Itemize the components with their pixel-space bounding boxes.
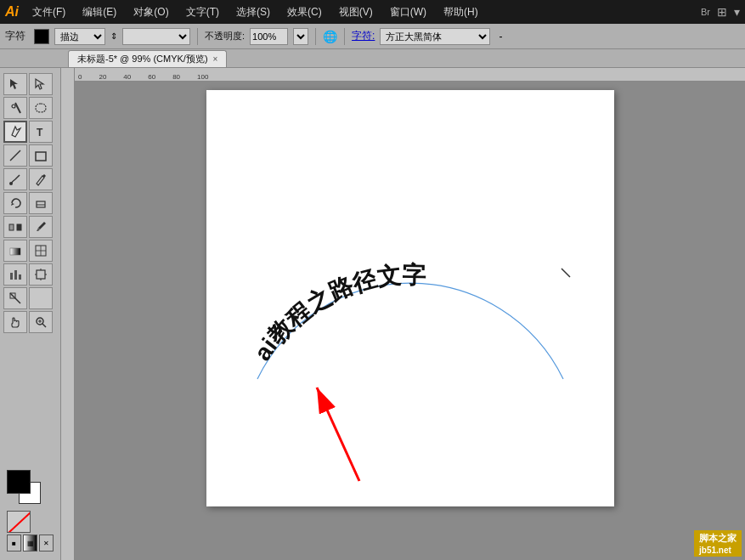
- slice-tool[interactable]: [3, 287, 27, 309]
- tool-row-7: [3, 216, 57, 238]
- menu-bar: 文件(F) 编辑(E) 对象(O) 文字(T) 选择(S) 效果(C) 视图(V…: [29, 3, 482, 21]
- mesh-tool[interactable]: [29, 240, 53, 262]
- menu-view[interactable]: 视图(V): [336, 3, 376, 21]
- global-icon: 🌐: [323, 30, 337, 43]
- tab-close[interactable]: ×: [213, 54, 218, 64]
- menu-help[interactable]: 帮助(H): [440, 3, 482, 21]
- brush-tool[interactable]: [3, 168, 27, 190]
- line-tool[interactable]: [3, 144, 27, 167]
- font-select[interactable]: 方正大黑简体: [380, 28, 490, 45]
- opacity-label: 不透明度:: [205, 30, 245, 42]
- artboard-tool[interactable]: [29, 263, 53, 286]
- color-mode[interactable]: ■: [7, 535, 21, 552]
- svg-rect-15: [14, 270, 17, 280]
- opacity-dropdown[interactable]: [293, 28, 308, 45]
- red-arrow: [291, 362, 393, 489]
- tool-row-5: [3, 168, 57, 190]
- expand-icon[interactable]: ▾: [734, 5, 740, 19]
- toolbar-color-swatch[interactable]: [34, 29, 49, 44]
- toolbar: 字符 描边 ⇕ 不透明度: 🌐 字符: 方正大黑简体 -: [0, 24, 745, 49]
- tool-row-11: [3, 311, 57, 333]
- svg-rect-8: [9, 224, 14, 230]
- tab-title: 未标题-5* @ 99% (CMYK/预览): [77, 53, 208, 65]
- font-label[interactable]: 字符:: [352, 29, 375, 43]
- font-minus: -: [499, 31, 502, 42]
- placeholder-tool: [29, 287, 53, 309]
- tool-row-9: [3, 263, 57, 286]
- svg-point-5: [9, 182, 13, 185]
- ruler-left: [61, 68, 75, 560]
- blend-tool[interactable]: [3, 216, 27, 238]
- menu-select[interactable]: 选择(S): [233, 3, 274, 21]
- magic-wand-tool[interactable]: [3, 97, 27, 119]
- pencil-tool[interactable]: [29, 168, 53, 190]
- svg-rect-4: [36, 152, 46, 161]
- document-tab[interactable]: 未标题-5* @ 99% (CMYK/预览) ×: [68, 50, 227, 67]
- toolbar-char-label: 字符: [5, 29, 25, 43]
- toolbar-stroke-select[interactable]: 描边: [54, 28, 105, 45]
- canvas-area: 0 20 40 60 80 100 ai教程之路径文: [61, 68, 745, 560]
- svg-line-3: [10, 150, 20, 161]
- hand-tool[interactable]: [3, 311, 27, 333]
- title-right-icons: Br ⊞ ▾: [701, 5, 740, 19]
- svg-rect-16: [19, 274, 21, 280]
- opacity-input[interactable]: [250, 28, 288, 45]
- tool-row-3: T: [3, 121, 57, 143]
- svg-rect-17: [37, 270, 45, 279]
- path-text-svg: ai教程之路径文字: [206, 90, 614, 506]
- none-color[interactable]: [7, 511, 31, 533]
- tool-row-6: [3, 192, 57, 214]
- bridge-icon[interactable]: Br: [701, 7, 710, 17]
- direct-selection-tool[interactable]: [29, 73, 53, 95]
- canvas-content: ai教程之路径文字 脚本之家 jb: [75, 82, 745, 560]
- tab-bar: 未标题-5* @ 99% (CMYK/预览) ×: [0, 49, 745, 68]
- title-bar: Ai 文件(F) 编辑(E) 对象(O) 文字(T) 选择(S) 效果(C) 视…: [0, 0, 745, 24]
- type-tool[interactable]: T: [29, 121, 53, 143]
- ruler-ticks: 0 20 40 60 80 100: [75, 68, 745, 81]
- rectangle-tool[interactable]: [29, 144, 53, 167]
- color-stack: [7, 470, 42, 506]
- svg-line-25: [42, 324, 46, 327]
- svg-line-30: [562, 269, 570, 277]
- grid-icon[interactable]: ⊞: [717, 5, 727, 19]
- ruler-top: 0 20 40 60 80 100: [75, 68, 745, 82]
- none-mode[interactable]: ✕: [39, 535, 54, 552]
- tool-row-10: [3, 287, 57, 309]
- menu-edit[interactable]: 编辑(E): [79, 3, 120, 21]
- tool-row-8: [3, 240, 57, 262]
- zoom-tool[interactable]: [29, 311, 53, 333]
- toolbar-divider-3: [344, 28, 345, 45]
- gradient-tool[interactable]: [3, 240, 27, 262]
- svg-line-32: [317, 387, 359, 481]
- svg-point-1: [12, 105, 15, 108]
- tool-row-2: [3, 97, 57, 119]
- svg-line-28: [8, 512, 31, 533]
- selection-tool[interactable]: [3, 73, 27, 95]
- pen-tool[interactable]: [3, 121, 27, 143]
- menu-text[interactable]: 文字(T): [183, 3, 223, 21]
- white-canvas: ai教程之路径文字: [206, 90, 614, 506]
- eyedropper-tool[interactable]: [29, 216, 53, 238]
- menu-file[interactable]: 文件(F): [29, 3, 69, 21]
- svg-text:ai教程之路径文字: ai教程之路径文字: [249, 261, 426, 365]
- eraser-tool[interactable]: [29, 192, 53, 214]
- watermark: 脚本之家 jb51.net: [694, 530, 742, 557]
- color-area: ■ ▦ ✕: [3, 467, 57, 555]
- toolbox: T: [0, 68, 61, 560]
- bar-chart-tool[interactable]: [3, 263, 27, 286]
- gradient-mode[interactable]: ▦: [23, 535, 37, 552]
- menu-effect[interactable]: 效果(C): [284, 3, 325, 21]
- tool-row-4: [3, 144, 57, 167]
- rotate-tool[interactable]: [3, 192, 27, 214]
- toolbar-stroke-width[interactable]: [122, 28, 190, 45]
- lasso-tool[interactable]: [29, 97, 53, 119]
- svg-line-0: [15, 103, 20, 113]
- menu-object[interactable]: 对象(O): [130, 3, 172, 21]
- toolbar-stroke-arrows: ⇕: [110, 31, 117, 41]
- menu-window[interactable]: 窗口(W): [387, 3, 430, 21]
- svg-rect-9: [17, 224, 21, 230]
- mode-row: ■ ▦ ✕: [7, 535, 54, 552]
- svg-rect-10: [10, 248, 20, 255]
- main-area: T: [0, 68, 745, 560]
- foreground-color[interactable]: [7, 470, 31, 494]
